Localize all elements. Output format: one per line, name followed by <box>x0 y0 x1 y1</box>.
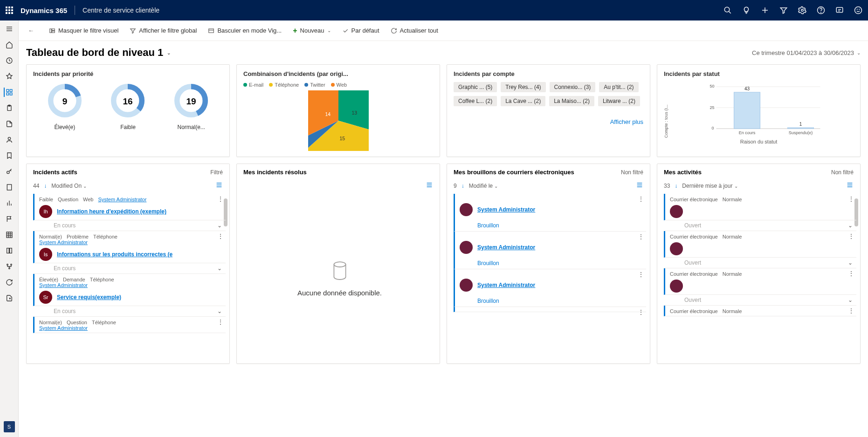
more-icon[interactable]: ⋮ <box>848 233 854 239</box>
status-link[interactable]: Brouillon <box>477 222 499 229</box>
list-item[interactable]: ⋮ Courrier électroniqueNormale <box>664 306 856 316</box>
owner-link[interactable]: System Administrator <box>477 206 535 213</box>
donut-normal[interactable]: 19 Normal(e... <box>172 82 210 130</box>
list-item[interactable]: ⋮ System Administrator Brouillon <box>454 194 646 232</box>
help-icon[interactable] <box>817 6 825 14</box>
list-item[interactable]: ⋮ Normal(e)QuestionTéléphone System Admi… <box>33 317 226 333</box>
more-icon[interactable]: ⋮ <box>638 309 644 315</box>
list-view-icon[interactable] <box>636 181 643 190</box>
list-item[interactable]: ⋮ Courrier électroniqueNormale <box>664 194 856 220</box>
date-range-picker[interactable]: Ce trimestre 01/04/2023 à 30/06/2023⌄ <box>752 49 861 56</box>
status-row[interactable]: En cours⌄ <box>33 263 226 274</box>
account-tag[interactable]: Litware ... (2) <box>598 96 640 106</box>
list-item[interactable]: ⋮ Courrier électroniqueNormale <box>664 231 856 258</box>
list-item[interactable]: ⋮ Courrier électroniqueNormale <box>664 268 856 295</box>
owner-link[interactable]: System Administrator <box>477 282 535 288</box>
pie-chart[interactable]: 13 15 14 <box>308 90 369 151</box>
hide-visual-filter-button[interactable]: Masquer le filtre visuel <box>45 25 122 36</box>
more-icon[interactable]: ⋮ <box>217 319 224 325</box>
status-row[interactable]: Ouvert⌄ <box>664 295 856 306</box>
account-tag[interactable]: Graphic ... (5) <box>454 82 497 92</box>
list-item[interactable]: ⋮ System Administrator Brouillon <box>454 269 646 307</box>
grid-icon[interactable] <box>5 230 14 239</box>
page-icon[interactable] <box>5 183 14 192</box>
list-item[interactable]: ⋮ System Administrator Brouillon <box>454 232 646 269</box>
list-view-icon[interactable] <box>215 181 223 190</box>
person-icon[interactable] <box>5 135 14 144</box>
toggle-view-button[interactable]: Basculer en mode Vig... <box>204 25 285 36</box>
bookmark-icon[interactable] <box>5 151 14 160</box>
list-view-icon[interactable] <box>846 181 854 190</box>
pin-icon[interactable] <box>5 72 14 81</box>
book-icon[interactable] <box>5 246 14 255</box>
list-item[interactable]: ⋮ <box>454 307 646 312</box>
status-link[interactable]: Brouillon <box>477 260 499 266</box>
more-icon[interactable]: ⋮ <box>217 233 224 239</box>
chat-icon[interactable] <box>835 6 844 14</box>
more-icon[interactable]: ⋮ <box>848 196 854 202</box>
more-icon[interactable]: ⋮ <box>848 270 854 277</box>
account-tag[interactable]: Coffee L... (2) <box>454 96 497 106</box>
account-tag[interactable]: Trey Res... (4) <box>501 82 545 92</box>
smile-icon[interactable] <box>854 6 862 14</box>
recent-icon[interactable] <box>5 56 14 65</box>
default-button[interactable]: Par défaut <box>338 25 383 36</box>
more-icon[interactable]: ⋮ <box>638 233 644 240</box>
sort-field[interactable]: Modified On ⌄ <box>51 183 87 189</box>
flag-icon[interactable] <box>5 214 14 224</box>
account-tag[interactable]: La Cave ... (2) <box>501 96 545 106</box>
status-link[interactable]: Brouillon <box>477 298 499 304</box>
key-icon[interactable] <box>5 167 14 176</box>
lightbulb-icon[interactable] <box>742 6 751 14</box>
account-tag[interactable]: Connexio... (3) <box>550 82 596 92</box>
filter-icon[interactable] <box>779 6 788 14</box>
owner-link[interactable]: System Administrator <box>39 239 88 245</box>
sort-icon[interactable]: ↓ <box>44 183 47 189</box>
account-tag[interactable]: Au p'tit... (2) <box>599 82 638 92</box>
owner-link[interactable]: System Administrator <box>98 197 146 202</box>
page-title-dropdown[interactable]: Tableau de bord de niveau 1⌄ <box>26 47 171 59</box>
hamburger-icon[interactable] <box>5 24 14 34</box>
new-button[interactable]: +Nouveau⌄ <box>289 25 334 37</box>
search-icon[interactable] <box>723 6 732 14</box>
status-row[interactable]: Ouvert⌄ <box>664 220 856 231</box>
back-button[interactable]: ← <box>24 25 38 36</box>
donut-faible[interactable]: 16 Faible <box>109 82 146 130</box>
show-more-link[interactable]: Afficher plus <box>610 118 643 125</box>
item-title-link[interactable]: Informations sur les produits incorrecte… <box>57 251 172 258</box>
export-icon[interactable] <box>5 294 14 303</box>
list-item[interactable]: ⋮ FaibleQuestionWebSystem Administrator … <box>33 194 226 220</box>
clipboard-icon[interactable] <box>5 103 14 113</box>
status-row[interactable]: Ouvert⌄ <box>664 258 856 268</box>
more-icon[interactable]: ⋮ <box>217 196 224 202</box>
status-row[interactable]: En cours⌄ <box>33 306 226 317</box>
show-global-filter-button[interactable]: Afficher le filtre global <box>126 25 200 36</box>
status-row[interactable]: En cours⌄ <box>33 220 226 231</box>
chart-icon[interactable] <box>5 198 14 208</box>
sort-icon[interactable]: ↓ <box>675 183 677 189</box>
refresh-icon[interactable] <box>5 278 14 287</box>
list-item[interactable]: Élevé(e)DemandeTéléphone System Administ… <box>33 274 226 306</box>
document-icon[interactable] <box>5 119 14 129</box>
sort-field[interactable]: Dernière mise à jour ⌄ <box>682 183 737 189</box>
app-launcher-icon[interactable] <box>6 7 13 14</box>
sort-icon[interactable]: ↓ <box>462 183 464 189</box>
more-icon[interactable]: ⋮ <box>638 271 644 278</box>
item-title-link[interactable]: Service requis(exemple) <box>57 294 121 300</box>
user-avatar[interactable]: S <box>4 421 15 432</box>
home-icon[interactable] <box>5 40 14 49</box>
bar-chart[interactable]: 50 25 0 43 En cours 1 Suspendu(e) <box>670 82 854 138</box>
more-icon[interactable]: ⋮ <box>638 196 644 202</box>
owner-link[interactable]: System Administrator <box>477 244 535 251</box>
gear-icon[interactable] <box>798 6 806 14</box>
owner-link[interactable]: System Administrator <box>39 282 88 288</box>
item-title-link[interactable]: Information heure d'expédition (exemple) <box>57 208 166 215</box>
account-tag[interactable]: La Maiso... (2) <box>549 96 594 106</box>
owner-link[interactable]: System Administrator <box>39 325 88 331</box>
list-view-icon[interactable] <box>426 181 433 190</box>
sort-field[interactable]: Modifié le ⌄ <box>469 183 498 189</box>
dashboard-icon[interactable] <box>4 88 13 97</box>
donut-eleve[interactable]: 9 Élevé(e) <box>46 82 83 130</box>
refresh-all-button[interactable]: Actualiser tout <box>387 25 442 36</box>
list-item[interactable]: ⋮ Normal(e)ProblèmeTéléphone System Admi… <box>33 231 226 263</box>
